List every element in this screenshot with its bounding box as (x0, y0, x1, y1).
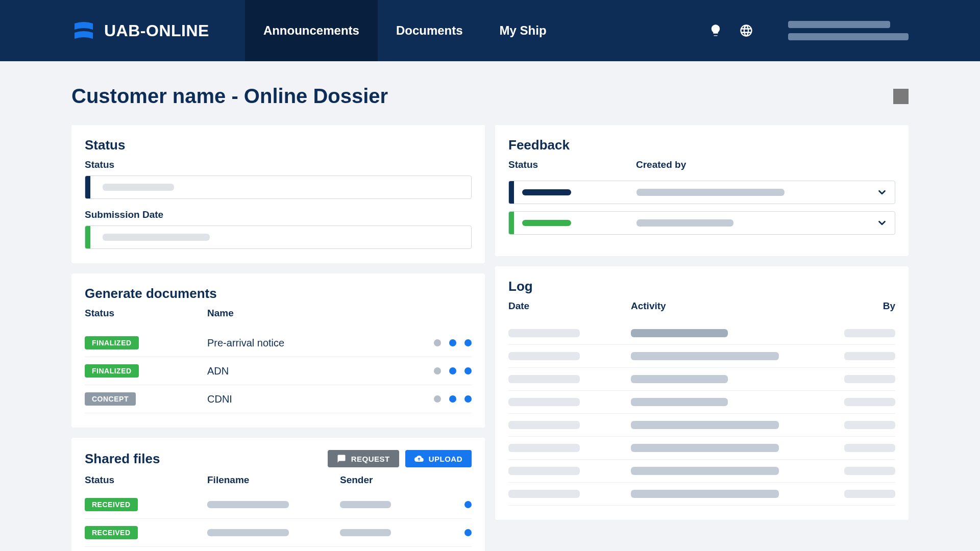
action-dot-icon[interactable] (449, 339, 456, 346)
log-activity-placeholder (631, 421, 779, 429)
feedback-row[interactable] (508, 181, 895, 204)
gen-col-status: Status (85, 308, 207, 319)
log-activity-placeholder (631, 352, 779, 360)
feedback-status-placeholder (522, 189, 571, 195)
log-row (508, 345, 895, 368)
feedback-row[interactable] (508, 211, 895, 235)
brand-name: UAB-ONLINE (104, 21, 209, 40)
gen-col-name: Name (207, 308, 410, 319)
generate-documents-card: Generate documents Status Name FINALIZED… (71, 273, 485, 428)
action-dot-icon[interactable] (434, 339, 441, 346)
nav-documents[interactable]: Documents (378, 0, 481, 61)
status-accent (85, 176, 90, 198)
feedback-created-placeholder (636, 219, 733, 227)
log-by-placeholder (844, 421, 895, 429)
submission-field[interactable] (85, 226, 472, 249)
request-button[interactable]: REQUEST (328, 450, 399, 467)
status-badge: RECEIVED (85, 498, 138, 511)
action-dot-icon[interactable] (464, 395, 472, 403)
page-title: Customer name - Online Dossier (71, 85, 388, 108)
upload-label: UPLOAD (429, 455, 462, 463)
action-dot-icon[interactable] (464, 501, 472, 508)
message-icon (337, 454, 346, 463)
user-name-placeholder (788, 21, 890, 28)
status-label: Status (85, 159, 472, 170)
log-date-placeholder (508, 375, 580, 383)
feedback-status-placeholder (522, 220, 571, 226)
sender-placeholder (340, 501, 391, 508)
shared-files-card: Shared files REQUEST UPLOAD Status (71, 438, 485, 551)
log-col-activity: Activity (631, 300, 824, 312)
log-activity-placeholder (631, 490, 779, 498)
lightbulb-icon[interactable] (706, 21, 725, 40)
log-by-placeholder (844, 398, 895, 406)
globe-icon[interactable] (737, 21, 755, 40)
upload-button[interactable]: UPLOAD (405, 450, 472, 467)
user-info[interactable] (788, 21, 909, 40)
generate-card-title: Generate documents (85, 286, 472, 302)
log-card: Log Date Activity By (495, 266, 909, 520)
status-badge: FINALIZED (85, 364, 139, 378)
action-dot-icon[interactable] (449, 367, 456, 374)
log-row (508, 391, 895, 414)
log-by-placeholder (844, 329, 895, 337)
page-content: Customer name - Online Dossier Status St… (0, 61, 980, 551)
log-date-placeholder (508, 329, 580, 337)
page-action-icon[interactable] (893, 89, 909, 104)
action-dot-icon[interactable] (434, 395, 441, 403)
log-col-date: Date (508, 300, 631, 312)
action-dot-icon[interactable] (434, 367, 441, 374)
request-label: REQUEST (351, 455, 390, 463)
nav-my-ship[interactable]: My Ship (481, 0, 565, 61)
status-badge: RECEIVED (85, 526, 138, 539)
submission-label: Submission Date (85, 209, 472, 220)
feedback-accent (509, 212, 514, 234)
feedback-card: Feedback Status Created by (495, 125, 909, 256)
log-by-placeholder (844, 375, 895, 383)
header-right (706, 21, 909, 40)
chevron-down-icon[interactable] (869, 217, 895, 229)
log-col-by: By (824, 300, 895, 312)
log-date-placeholder (508, 467, 580, 475)
shared-file-row: RECEIVED (85, 519, 472, 547)
log-card-title: Log (508, 279, 895, 294)
document-name: CDNI (207, 393, 410, 405)
status-value-placeholder (103, 184, 174, 191)
log-row (508, 460, 895, 483)
sender-placeholder (340, 529, 391, 536)
log-row (508, 483, 895, 506)
feedback-col-created: Created by (636, 159, 895, 170)
action-dot-icon[interactable] (464, 367, 472, 374)
shared-col-sender: Sender (340, 474, 451, 486)
feedback-created-placeholder (636, 189, 785, 196)
brand: UAB-ONLINE (71, 18, 209, 43)
log-date-placeholder (508, 444, 580, 452)
log-row (508, 322, 895, 345)
action-dot-icon[interactable] (449, 395, 456, 403)
shared-col-status: Status (85, 474, 207, 486)
status-field[interactable] (85, 176, 472, 199)
status-card: Status Status Submission Date (71, 125, 485, 263)
chevron-down-icon[interactable] (869, 187, 895, 198)
log-by-placeholder (844, 352, 895, 360)
main-nav: Announcements Documents My Ship (245, 0, 565, 61)
log-row (508, 437, 895, 460)
log-activity-placeholder (631, 329, 728, 337)
action-dot-icon[interactable] (464, 339, 472, 346)
nav-announcements[interactable]: Announcements (245, 0, 378, 61)
log-by-placeholder (844, 444, 895, 452)
logo-icon (71, 18, 96, 43)
document-name: ADN (207, 365, 410, 377)
status-badge: FINALIZED (85, 336, 139, 349)
submission-accent (85, 226, 90, 248)
status-card-title: Status (85, 137, 472, 153)
document-name: Pre-arrival notice (207, 337, 410, 349)
user-role-placeholder (788, 33, 909, 40)
feedback-accent (509, 181, 514, 204)
log-activity-placeholder (631, 444, 779, 452)
filename-placeholder (207, 501, 289, 508)
log-date-placeholder (508, 421, 580, 429)
cloud-upload-icon (414, 454, 424, 463)
log-row (508, 414, 895, 437)
action-dot-icon[interactable] (464, 529, 472, 536)
